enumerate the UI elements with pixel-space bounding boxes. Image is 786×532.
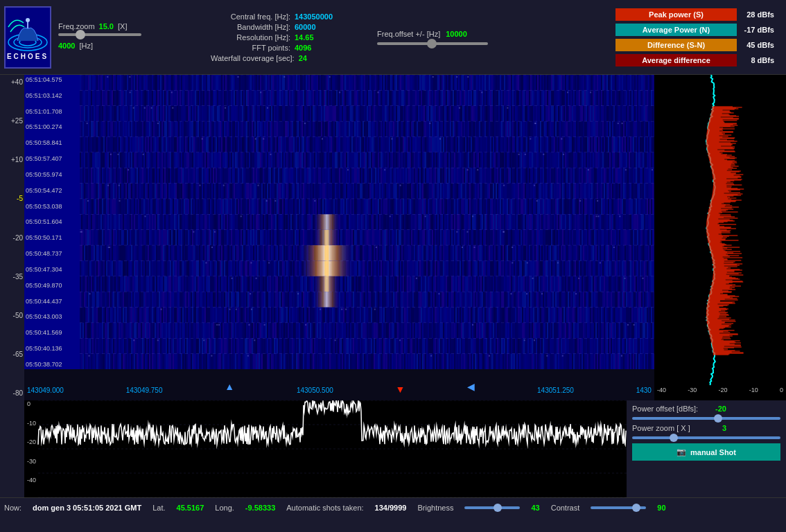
time-7: 05:50:54.472	[26, 187, 76, 194]
contrast-slider[interactable]	[591, 506, 646, 509]
spec-x-10: -10	[749, 387, 758, 400]
long-label: Long.	[215, 504, 234, 512]
waterfall-value: 24	[299, 54, 307, 62]
avg-power-value: -17 dBfs	[740, 26, 774, 34]
camera-icon: 📷	[676, 447, 686, 456]
top-bar: ECHOES Freq.zoom 15.0 [X] 4000 [Hz] Cent…	[0, 0, 786, 75]
brightness-value: 43	[531, 504, 539, 512]
resolution-value: 14.65	[295, 33, 314, 42]
y-label--50: -50	[1, 312, 23, 319]
resolution-label: Resolution [Hz]:	[211, 33, 290, 42]
freq-marker-blue-up[interactable]: ▲	[225, 381, 234, 392]
power-offset-row: Power offset [dBfs]: -20	[632, 405, 780, 413]
time-6: 05:50:55.974	[26, 171, 76, 178]
freq-tick-labels: 143049.000 143049.750 ▲ 143050.500 ▼ ◀ 1…	[24, 384, 654, 398]
y-label--35: -35	[1, 273, 23, 281]
peak-power-row: Peak power (S) 28 dBfs	[615, 8, 782, 21]
time-3: 05:51:00.274	[26, 123, 76, 130]
bottom-graph[interactable]: 0 -10 -20 -30 -40	[24, 400, 627, 497]
bandwidth-value: 60000	[295, 23, 316, 31]
power-zoom-label: Power zoom [ X ]	[632, 424, 701, 432]
freq-tick-3: 143051.250	[537, 387, 574, 398]
spec-x-40: -40	[657, 387, 666, 400]
freq-zoom-bracket: [X]	[118, 22, 127, 30]
peak-power-value: 28 dBfs	[740, 10, 774, 19]
freq-zoom-value: 15.0	[99, 22, 114, 30]
freq-tick-4: 1430	[636, 387, 652, 398]
avg-diff-label: Average difference	[615, 54, 737, 66]
brightness-slider[interactable]	[464, 506, 520, 509]
time-15: 05:50:43.003	[26, 313, 76, 320]
fft-points-value: 4096	[295, 44, 311, 52]
metrics-panel: Peak power (S) 28 dBfs Average Power (N)…	[615, 8, 782, 66]
contrast-value: 90	[657, 504, 665, 512]
time-18: 05:50:38.702	[26, 361, 76, 368]
y-label--80: -80	[1, 389, 23, 397]
power-zoom-value: 3	[706, 424, 726, 432]
difference-value: 45 dBfs	[740, 41, 774, 49]
freq-marker-cyan[interactable]: ◀	[467, 381, 475, 392]
power-zoom-slider[interactable]	[632, 436, 780, 439]
time-12: 05:50:47.304	[26, 266, 76, 273]
time-8: 05:50:53.038	[26, 203, 76, 210]
y-label--5: -5	[1, 195, 23, 202]
time-labels: 05:51:04.575 05:51:03.142 05:51:01.708 0…	[24, 75, 77, 369]
long-value: -9.58333	[245, 504, 275, 512]
by--20: -20	[27, 438, 36, 445]
avg-diff-value: 8 dBfs	[740, 56, 774, 64]
lat-value: 45.5167	[177, 504, 204, 512]
bottom-controls: Power offset [dBfs]: -20 Power zoom [ X …	[627, 400, 786, 497]
by--40: -40	[27, 477, 36, 484]
spec-x-20: -20	[718, 387, 727, 400]
by-0: 0	[27, 400, 36, 407]
logo-icon	[7, 15, 49, 53]
brightness-label: Brightness	[417, 504, 453, 512]
fft-points-label: FFT points:	[211, 44, 290, 52]
contrast-label: Contrast	[551, 504, 580, 512]
power-zoom-row: Power zoom [ X ] 3	[632, 424, 780, 432]
power-offset-label: Power offset [dBfs]:	[632, 405, 701, 413]
waterfall-canvas	[24, 75, 654, 369]
avg-power-row: Average Power (N) -17 dBfs	[615, 24, 782, 36]
central-freq-label: Central freq. [Hz]:	[211, 12, 290, 21]
bottom-graph-area: 0 -10 -20 -30 -40 Power offset [dBfs]: -…	[0, 400, 786, 497]
freq-marker-red[interactable]: ▼	[396, 384, 405, 395]
freq-zoom-slider[interactable]	[58, 33, 141, 36]
time-13: 05:50:49.870	[26, 282, 76, 289]
time-10: 05:50:50.171	[26, 234, 76, 241]
time-9: 05:50:51.604	[26, 218, 76, 225]
time-11: 05:50:48.737	[26, 250, 76, 257]
spectrum-x-labels: -40 -30 -20 -10 0	[654, 387, 786, 400]
time-17: 05:50:40.136	[26, 345, 76, 352]
power-offset-slider[interactable]	[632, 417, 780, 420]
lat-label: Lat.	[152, 504, 165, 512]
auto-shots-value: 134/9999	[375, 504, 407, 512]
avg-power-label: Average Power (N)	[615, 24, 737, 36]
bottom-graph-canvas	[24, 400, 627, 497]
manual-shot-button[interactable]: 📷 manual Shot	[632, 443, 780, 461]
avg-diff-row: Average difference 8 dBfs	[615, 54, 782, 66]
spec-x-0: 0	[780, 387, 783, 400]
freq-offset-label: Freq.offset +/- [Hz]	[377, 30, 440, 38]
y-scale: +40 +25 +10 -5 -20 -35 -50 -65 -80	[0, 75, 24, 400]
freq-info: Central freq. [Hz]: 143050000 Bandwidth …	[211, 12, 363, 62]
freq-tick-1: 143049.750	[126, 387, 163, 398]
y-label-40: +40	[1, 78, 23, 86]
y-label-25: +25	[1, 117, 23, 125]
spec-x-30: -30	[688, 387, 697, 400]
time-1: 05:51:03.142	[26, 92, 76, 99]
time-14: 05:50:44.437	[26, 298, 76, 305]
spectrum-panel: -40 -30 -20 -10 0	[654, 75, 786, 400]
time-0: 05:51:04.575	[26, 76, 76, 83]
y-label--20: -20	[1, 234, 23, 242]
difference-label: Difference (S-N)	[615, 39, 737, 51]
bandwidth-label: Bandwidth [Hz]:	[211, 23, 290, 31]
freq-offset-slider[interactable]	[377, 42, 488, 45]
freq-tick-2: 143050.500	[297, 387, 333, 398]
difference-row: Difference (S-N) 45 dBfs	[615, 39, 782, 51]
central-freq-value: 143050000	[295, 12, 333, 21]
freq-tick-0: 143049.000	[27, 387, 64, 398]
waterfall-display[interactable]: 05:51:04.575 05:51:03.142 05:51:01.708 0…	[24, 75, 654, 369]
freq-offset-control: Freq.offset +/- [Hz] 10000	[377, 30, 488, 45]
by--10: -10	[27, 420, 36, 427]
